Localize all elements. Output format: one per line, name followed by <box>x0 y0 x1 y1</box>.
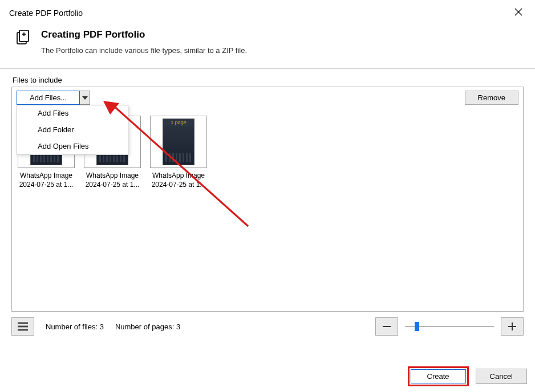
add-files-dropdown-toggle[interactable] <box>80 91 90 105</box>
pages-count-label: Number of pages: 3 <box>115 322 180 331</box>
minus-icon <box>382 321 392 332</box>
thumbnail-name-line1: WhatsApp Image <box>17 172 76 181</box>
files-count-label: Number of files: 3 <box>46 322 104 331</box>
zoom-in-button[interactable] <box>501 317 524 336</box>
dropdown-item-add-files[interactable]: Add Files <box>17 105 128 122</box>
dropdown-item-add-open-files[interactable]: Add Open Files <box>17 138 128 155</box>
header-title: Creating PDF Portfolio <box>41 29 247 40</box>
page-count-badge: 1 page <box>163 119 194 126</box>
thumbnail-name-line1: WhatsApp Image <box>149 172 208 181</box>
thumbnail-item[interactable]: 1 page WhatsApp Image 2024-07-25 at 1... <box>149 116 208 189</box>
status-bar: Number of files: 3 Number of pages: 3 <box>11 317 524 336</box>
thumbnail-preview: 1 page <box>150 116 207 168</box>
dialog-footer: Create Cancel <box>408 366 528 386</box>
files-listbox: Add Files... Remove Add Files Add Folder… <box>11 87 524 312</box>
header-text: Creating PDF Portfolio The Portfolio can… <box>41 29 247 55</box>
create-button-highlight: Create <box>408 366 469 386</box>
thumbnail-name-line2: 2024-07-25 at 1... <box>17 181 76 190</box>
create-button[interactable]: Create <box>411 369 466 383</box>
list-icon <box>17 322 29 331</box>
zoom-out-button[interactable] <box>375 317 398 336</box>
dialog-create-pdf-portfolio: Create PDF Portfolio Creating PDF Portfo… <box>0 0 535 392</box>
dialog-title: Create PDF Portfolio <box>9 9 83 18</box>
thumbnail-name-line1: WhatsApp Image <box>83 172 142 181</box>
portfolio-icon <box>16 30 31 55</box>
thumbnail-name-line2: 2024-07-25 at 1... <box>149 181 208 190</box>
add-files-button[interactable]: Add Files... <box>17 91 80 105</box>
header: Creating PDF Portfolio The Portfolio can… <box>0 24 535 68</box>
zoom-slider-thumb[interactable] <box>415 322 419 331</box>
header-subtitle: The Portfolio can include various file t… <box>41 46 247 55</box>
add-files-dropdown-menu: Add Files Add Folder Add Open Files <box>17 105 128 155</box>
thumbnail-name-line2: 2024-07-25 at 1... <box>83 181 142 190</box>
close-icon <box>514 8 522 16</box>
remove-button[interactable]: Remove <box>465 91 518 105</box>
dropdown-item-add-folder[interactable]: Add Folder <box>17 122 128 138</box>
zoom-slider[interactable] <box>405 321 494 332</box>
files-to-include-label: Files to include <box>13 76 524 84</box>
chevron-down-icon <box>82 96 88 100</box>
list-view-button[interactable] <box>11 317 34 336</box>
titlebar: Create PDF Portfolio <box>0 0 535 24</box>
close-button[interactable] <box>511 6 526 20</box>
cancel-button[interactable]: Cancel <box>476 369 527 384</box>
svg-marker-6 <box>82 96 88 100</box>
plus-icon <box>507 321 517 332</box>
files-section: Files to include Add Files... Remove Add… <box>0 69 535 336</box>
